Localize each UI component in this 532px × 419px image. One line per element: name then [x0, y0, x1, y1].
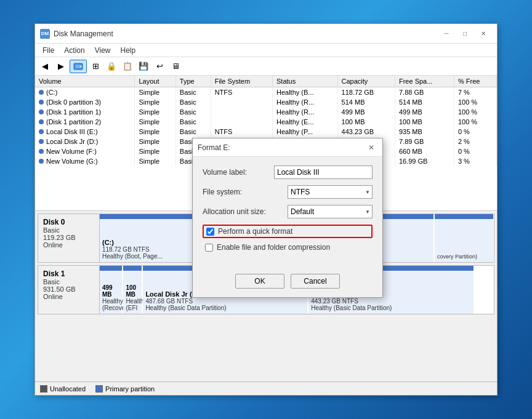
ok-button[interactable]: OK	[235, 274, 284, 289]
dialog-close-button[interactable]: ✕	[365, 142, 377, 153]
quick-format-label: Perform a quick format	[218, 227, 292, 236]
disk0-recovery-status: covery Partition)	[437, 253, 491, 260]
disk0-info: Disk 0 Basic 119.23 GB Online	[38, 214, 100, 262]
compression-checkbox[interactable]	[205, 244, 213, 252]
table-row[interactable]: (Disk 0 partition 3) Simple Basic Health…	[35, 97, 497, 107]
compression-row: Enable file and folder compression	[203, 242, 373, 253]
quick-format-row: Perform a quick format	[203, 225, 373, 238]
refresh-button[interactable]: 🔒	[104, 60, 119, 73]
file-system-label: File system:	[203, 188, 283, 196]
main-window: DM Disk Management ─ □ ✕ File Action Vie…	[34, 23, 498, 396]
col-capacity: Capacity	[337, 76, 395, 87]
legend-bar: Unallocated Primary partition	[35, 381, 497, 395]
disk1-info: Disk 1 Basic 931.50 GB Online	[38, 266, 100, 314]
disk1-d-size: 487.68 GB NTFS	[145, 298, 305, 305]
disk0-name: Disk 0	[43, 218, 94, 226]
monitor-button[interactable]: 🖥	[168, 60, 183, 73]
title-bar: DM Disk Management ─ □ ✕	[35, 24, 497, 44]
legend-unallocated: Unallocated	[40, 385, 86, 393]
allocation-select-wrapper: Default 512 1024 4096	[288, 205, 373, 218]
table-row[interactable]: (C:) Simple Basic NTFS Healthy (B... 118…	[35, 87, 497, 98]
dialog-body: Volume label: File system: NTFS FAT32 ex…	[193, 157, 382, 265]
forward-button[interactable]: ▶	[54, 60, 68, 73]
legend-primary: Primary partition	[95, 385, 155, 393]
legend-primary-color	[95, 385, 103, 393]
disk0-type: Basic	[43, 226, 94, 234]
allocation-select[interactable]: Default 512 1024 4096	[288, 205, 373, 218]
help-button[interactable]: 📋	[120, 60, 135, 73]
legend-unallocated-color	[40, 385, 47, 393]
disk1-e-status: Healthy (Basic Data Partition)	[311, 305, 471, 311]
disk1-name: Disk 1	[43, 269, 94, 278]
allocation-label: Allocation unit size:	[203, 207, 283, 216]
table-header-row: Volume Layout Type File System Status Ca…	[35, 76, 497, 87]
settings-button[interactable]: 💾	[136, 60, 151, 73]
window-title: Disk Management	[54, 30, 438, 38]
dialog-title-text: Format E:	[198, 143, 230, 152]
toolbar: ◀ ▶ ⊞ 🔒 📋 💾 ↩ 🖥	[35, 57, 497, 76]
properties-button[interactable]: ⊞	[88, 60, 103, 73]
minimize-button[interactable]: ─	[438, 28, 455, 40]
legend-primary-label: Primary partition	[105, 385, 155, 393]
disk1-100-label: 100 MB	[126, 284, 139, 298]
format-dialog: Format E: ✕ Volume label: File system: N…	[192, 138, 383, 298]
disk1-100-status: Healthy (EFI	[126, 298, 139, 311]
volume-label-input[interactable]	[274, 166, 373, 179]
menu-file[interactable]: File	[38, 45, 59, 56]
window-controls: ─ □ ✕	[438, 28, 492, 40]
disk0-size: 119.23 GB	[43, 234, 94, 241]
disk1-partition-100[interactable]: 100 MB Healthy (EFI	[123, 266, 143, 314]
col-layout: Layout	[135, 76, 175, 87]
app-icon: DM	[40, 29, 50, 39]
menu-help[interactable]: Help	[116, 45, 141, 56]
back-button[interactable]: ◀	[38, 60, 52, 73]
table-row[interactable]: (Disk 1 partition 1) Simple Basic Health…	[35, 107, 497, 117]
compression-label: Enable file and folder compression	[217, 243, 330, 252]
disk1-status: Online	[43, 293, 94, 300]
col-type: Type	[175, 76, 211, 87]
menu-view[interactable]: View	[90, 45, 116, 56]
disk1-partition-499[interactable]: 499 MB Healthy (Recover	[100, 266, 123, 314]
disk1-e-size: 443.23 GB NTFS	[311, 298, 471, 305]
table-row[interactable]: Local Disk III (E:) Simple Basic NTFS He…	[35, 127, 497, 137]
allocation-row: Allocation unit size: Default 512 1024 4…	[203, 205, 373, 218]
close-button[interactable]: ✕	[475, 28, 492, 40]
disk-icon-button[interactable]	[70, 60, 87, 73]
disk1-type: Basic	[43, 278, 94, 285]
quick-format-checkbox[interactable]	[206, 228, 214, 236]
disk1-size: 931.50 GB	[43, 285, 94, 293]
file-system-select-wrapper: NTFS FAT32 exFAT	[288, 185, 373, 199]
dialog-title-bar: Format E: ✕	[193, 138, 382, 157]
disk1-499-label: 499 MB	[102, 284, 119, 298]
maximize-button[interactable]: □	[456, 28, 474, 40]
col-pct: % Free	[454, 76, 496, 87]
svg-point-2	[80, 65, 82, 67]
undo-button[interactable]: ↩	[152, 60, 167, 73]
volume-label-row: Volume label:	[203, 166, 373, 179]
volume-label-label: Volume label:	[203, 168, 269, 177]
col-status: Status	[273, 76, 338, 87]
disk0-status: Online	[43, 241, 94, 249]
col-volume: Volume	[35, 76, 135, 87]
file-system-select[interactable]: NTFS FAT32 exFAT	[288, 185, 373, 199]
disk0-partition-recovery[interactable]: covery Partition)	[435, 214, 494, 262]
menu-bar: File Action View Help	[35, 44, 497, 57]
legend-unallocated-label: Unallocated	[50, 385, 86, 393]
disk1-499-status: Healthy (Recover	[102, 298, 119, 311]
file-system-row: File system: NTFS FAT32 exFAT	[203, 185, 373, 199]
menu-action[interactable]: Action	[59, 45, 89, 56]
dialog-buttons: OK Cancel	[193, 274, 382, 297]
col-free: Free Spa...	[395, 76, 454, 87]
cancel-button[interactable]: Cancel	[291, 274, 340, 289]
disk1-d-status: Healthy (Basic Data Partition)	[145, 305, 305, 311]
col-filesystem: File System	[211, 76, 272, 87]
table-row[interactable]: (Disk 1 partition 2) Simple Basic Health…	[35, 117, 497, 127]
